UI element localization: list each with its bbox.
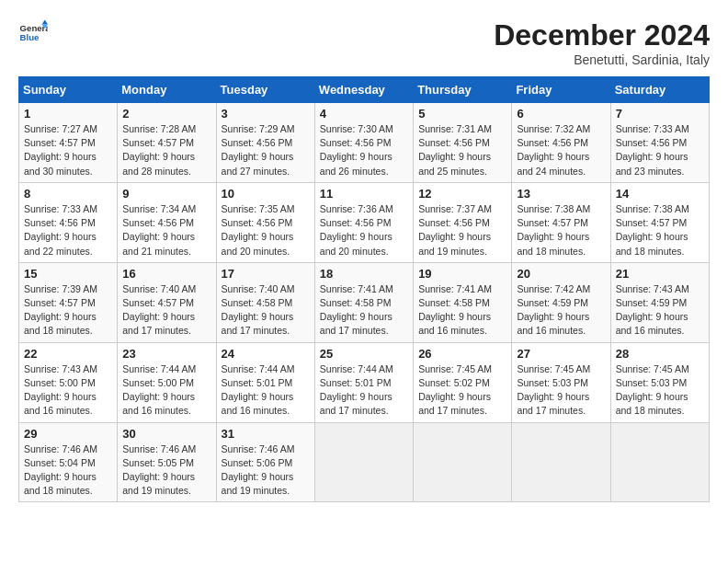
- day-info: Sunrise: 7:44 AM Sunset: 5:00 PM Dayligh…: [122, 362, 210, 419]
- day-info: Sunrise: 7:41 AM Sunset: 4:58 PM Dayligh…: [320, 282, 408, 339]
- day-info: Sunrise: 7:42 AM Sunset: 4:59 PM Dayligh…: [517, 282, 605, 339]
- day-number: 24: [222, 347, 310, 361]
- day-info: Sunrise: 7:33 AM Sunset: 4:56 PM Dayligh…: [616, 122, 704, 178]
- day-number: 22: [24, 347, 112, 361]
- day-number: 28: [616, 347, 704, 361]
- weekday-header: Tuesday: [216, 77, 314, 103]
- day-info: Sunrise: 7:43 AM Sunset: 4:59 PM Dayligh…: [616, 282, 704, 339]
- day-info: Sunrise: 7:46 AM Sunset: 5:06 PM Dayligh…: [222, 442, 310, 499]
- day-number: 1: [24, 107, 112, 121]
- title-block: December 2024 Benetutti, Sardinia, Italy: [494, 18, 710, 67]
- day-info: Sunrise: 7:27 AM Sunset: 4:57 PM Dayligh…: [24, 122, 112, 178]
- day-number: 15: [24, 267, 112, 281]
- day-number: 9: [122, 187, 210, 201]
- day-number: 25: [320, 347, 408, 361]
- day-info: Sunrise: 7:37 AM Sunset: 4:56 PM Dayligh…: [418, 202, 506, 259]
- calendar-cell: 7Sunrise: 7:33 AM Sunset: 4:56 PM Daylig…: [610, 103, 709, 183]
- day-number: 11: [320, 187, 408, 201]
- day-info: Sunrise: 7:30 AM Sunset: 4:56 PM Dayligh…: [320, 122, 408, 178]
- day-info: Sunrise: 7:33 AM Sunset: 4:56 PM Dayligh…: [24, 202, 112, 259]
- calendar-week-row: 15Sunrise: 7:39 AM Sunset: 4:57 PM Dayli…: [19, 262, 710, 342]
- day-number: 17: [222, 267, 310, 281]
- calendar-cell: 15Sunrise: 7:39 AM Sunset: 4:57 PM Dayli…: [19, 262, 118, 342]
- day-number: 29: [24, 427, 112, 441]
- calendar-cell: 9Sunrise: 7:34 AM Sunset: 4:56 PM Daylig…: [118, 182, 216, 262]
- day-number: 21: [616, 267, 704, 281]
- calendar-cell: 30Sunrise: 7:46 AM Sunset: 5:05 PM Dayli…: [118, 422, 216, 502]
- day-number: 27: [517, 347, 605, 361]
- day-info: Sunrise: 7:32 AM Sunset: 4:56 PM Dayligh…: [517, 122, 605, 178]
- day-info: Sunrise: 7:46 AM Sunset: 5:04 PM Dayligh…: [24, 442, 112, 499]
- day-number: 4: [320, 107, 408, 121]
- location-subtitle: Benetutti, Sardinia, Italy: [494, 52, 710, 67]
- calendar-cell: 11Sunrise: 7:36 AM Sunset: 4:56 PM Dayli…: [314, 182, 413, 262]
- calendar-cell: 1Sunrise: 7:27 AM Sunset: 4:57 PM Daylig…: [19, 103, 118, 183]
- calendar-cell: 21Sunrise: 7:43 AM Sunset: 4:59 PM Dayli…: [610, 262, 709, 342]
- day-info: Sunrise: 7:41 AM Sunset: 4:58 PM Dayligh…: [418, 282, 506, 339]
- calendar-cell: [314, 422, 413, 502]
- day-info: Sunrise: 7:43 AM Sunset: 5:00 PM Dayligh…: [24, 362, 112, 419]
- calendar-cell: 29Sunrise: 7:46 AM Sunset: 5:04 PM Dayli…: [19, 422, 118, 502]
- calendar-table: SundayMondayTuesdayWednesdayThursdayFrid…: [18, 76, 710, 502]
- day-number: 23: [122, 347, 210, 361]
- calendar-cell: [512, 422, 610, 502]
- calendar-cell: 20Sunrise: 7:42 AM Sunset: 4:59 PM Dayli…: [512, 262, 610, 342]
- day-number: 5: [418, 107, 506, 121]
- day-info: Sunrise: 7:38 AM Sunset: 4:57 PM Dayligh…: [616, 202, 704, 259]
- calendar-cell: 26Sunrise: 7:45 AM Sunset: 5:02 PM Dayli…: [414, 342, 512, 422]
- svg-text:Blue: Blue: [20, 32, 40, 42]
- calendar-cell: 8Sunrise: 7:33 AM Sunset: 4:56 PM Daylig…: [19, 182, 118, 262]
- day-number: 7: [616, 107, 704, 121]
- calendar-cell: 4Sunrise: 7:30 AM Sunset: 4:56 PM Daylig…: [314, 103, 413, 183]
- day-info: Sunrise: 7:36 AM Sunset: 4:56 PM Dayligh…: [320, 202, 408, 259]
- day-info: Sunrise: 7:35 AM Sunset: 4:56 PM Dayligh…: [222, 202, 310, 259]
- calendar-cell: 18Sunrise: 7:41 AM Sunset: 4:58 PM Dayli…: [314, 262, 413, 342]
- calendar-week-row: 1Sunrise: 7:27 AM Sunset: 4:57 PM Daylig…: [19, 103, 710, 183]
- day-info: Sunrise: 7:39 AM Sunset: 4:57 PM Dayligh…: [24, 282, 112, 339]
- calendar-cell: 14Sunrise: 7:38 AM Sunset: 4:57 PM Dayli…: [610, 182, 709, 262]
- day-number: 18: [320, 267, 408, 281]
- calendar-cell: 17Sunrise: 7:40 AM Sunset: 4:58 PM Dayli…: [216, 262, 314, 342]
- calendar-cell: 13Sunrise: 7:38 AM Sunset: 4:57 PM Dayli…: [512, 182, 610, 262]
- day-info: Sunrise: 7:44 AM Sunset: 5:01 PM Dayligh…: [320, 362, 408, 419]
- calendar-cell: 28Sunrise: 7:45 AM Sunset: 5:03 PM Dayli…: [610, 342, 709, 422]
- logo: General Blue: [18, 18, 48, 48]
- day-info: Sunrise: 7:45 AM Sunset: 5:02 PM Dayligh…: [418, 362, 506, 419]
- calendar-week-row: 8Sunrise: 7:33 AM Sunset: 4:56 PM Daylig…: [19, 182, 710, 262]
- calendar-cell: 25Sunrise: 7:44 AM Sunset: 5:01 PM Dayli…: [314, 342, 413, 422]
- day-info: Sunrise: 7:40 AM Sunset: 4:58 PM Dayligh…: [222, 282, 310, 339]
- day-number: 30: [122, 427, 210, 441]
- calendar-cell: 22Sunrise: 7:43 AM Sunset: 5:00 PM Dayli…: [19, 342, 118, 422]
- logo-icon: General Blue: [18, 18, 48, 48]
- day-info: Sunrise: 7:40 AM Sunset: 4:57 PM Dayligh…: [122, 282, 210, 339]
- calendar-cell: 19Sunrise: 7:41 AM Sunset: 4:58 PM Dayli…: [414, 262, 512, 342]
- calendar-cell: 2Sunrise: 7:28 AM Sunset: 4:57 PM Daylig…: [118, 103, 216, 183]
- day-number: 16: [122, 267, 210, 281]
- day-info: Sunrise: 7:29 AM Sunset: 4:56 PM Dayligh…: [222, 122, 310, 178]
- calendar-cell: 23Sunrise: 7:44 AM Sunset: 5:00 PM Dayli…: [118, 342, 216, 422]
- day-number: 6: [517, 107, 605, 121]
- day-info: Sunrise: 7:44 AM Sunset: 5:01 PM Dayligh…: [222, 362, 310, 419]
- weekday-header: Saturday: [610, 77, 709, 103]
- calendar-cell: 27Sunrise: 7:45 AM Sunset: 5:03 PM Dayli…: [512, 342, 610, 422]
- day-info: Sunrise: 7:28 AM Sunset: 4:57 PM Dayligh…: [122, 122, 210, 178]
- day-info: Sunrise: 7:34 AM Sunset: 4:56 PM Dayligh…: [122, 202, 210, 259]
- month-title: December 2024: [494, 18, 710, 52]
- calendar-cell: 10Sunrise: 7:35 AM Sunset: 4:56 PM Dayli…: [216, 182, 314, 262]
- day-info: Sunrise: 7:38 AM Sunset: 4:57 PM Dayligh…: [517, 202, 605, 259]
- calendar-cell: 31Sunrise: 7:46 AM Sunset: 5:06 PM Dayli…: [216, 422, 314, 502]
- page-header: General Blue December 2024 Benetutti, Sa…: [18, 18, 710, 67]
- calendar-cell: 12Sunrise: 7:37 AM Sunset: 4:56 PM Dayli…: [414, 182, 512, 262]
- calendar-cell: [610, 422, 709, 502]
- day-info: Sunrise: 7:46 AM Sunset: 5:05 PM Dayligh…: [122, 442, 210, 499]
- weekday-header: Thursday: [414, 77, 512, 103]
- day-info: Sunrise: 7:45 AM Sunset: 5:03 PM Dayligh…: [517, 362, 605, 419]
- calendar-cell: 16Sunrise: 7:40 AM Sunset: 4:57 PM Dayli…: [118, 262, 216, 342]
- day-number: 26: [418, 347, 506, 361]
- day-number: 19: [418, 267, 506, 281]
- weekday-header: Wednesday: [314, 77, 413, 103]
- calendar-header-row: SundayMondayTuesdayWednesdayThursdayFrid…: [19, 77, 710, 103]
- day-number: 10: [222, 187, 310, 201]
- calendar-cell: 6Sunrise: 7:32 AM Sunset: 4:56 PM Daylig…: [512, 103, 610, 183]
- day-number: 31: [222, 427, 310, 441]
